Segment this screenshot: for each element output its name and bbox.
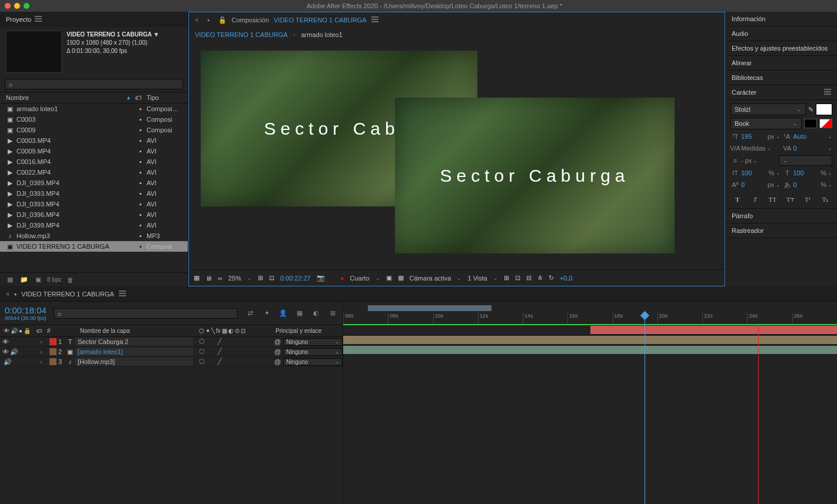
time-tick[interactable]: 12s [478,313,523,325]
eyedropper-icon[interactable]: ✎ [808,106,813,114]
small-caps-button[interactable]: Tᴛ [785,194,795,205]
stroke-color-swatch[interactable] [804,119,817,128]
collapse-switch[interactable] [208,338,217,346]
layers-list[interactable]: 👁 › 1 T Sector Caburga 2 ⬡ ╱ @ Ninguno⌄ … [0,337,343,367]
time-tick[interactable]: 10s [433,313,478,325]
raster-switch[interactable]: ╱ [218,338,226,346]
font-family-select[interactable]: Stolzl⌄ [730,104,806,115]
3d-icon[interactable]: ⊡ [515,274,520,282]
quality-switch[interactable]: ⬡ [199,358,207,366]
resolution-select[interactable]: Cuarto [350,275,370,282]
views-chevron-icon[interactable]: ⌄ [493,275,498,281]
time-tick[interactable]: 08s [388,313,433,325]
item-label-chip[interactable]: ▪ [135,232,147,239]
timeline-tracks[interactable]: 06s08s10s12s14s16s18s20s22s24s26s [343,302,837,504]
playhead[interactable] [645,315,645,504]
color-channel-icon[interactable]: ● [340,275,344,282]
sort-icon[interactable]: ▲ [126,95,131,101]
camera-chevron-icon[interactable]: ⌄ [457,275,461,281]
stroke-style-select[interactable]: ⌄ [779,155,833,166]
zoom-chevron-icon[interactable]: ⌄ [247,275,252,281]
marker-line[interactable] [758,325,759,504]
switches-icon-6[interactable]: ◐ [228,328,234,334]
alpha-icon[interactable]: ▦ [194,274,200,282]
item-label-chip[interactable]: ▪ [135,126,147,133]
breadcrumb-item[interactable]: armado loteo1 [301,31,343,38]
minimize-window[interactable] [14,3,20,9]
reset-exposure-icon[interactable]: ↻ [549,274,554,282]
item-label-chip[interactable]: ▪ [135,222,147,229]
expand-layer[interactable]: › [35,348,47,355]
info-panel-tab[interactable]: Información [726,12,837,26]
switches-icon-7[interactable]: ⊙ [235,328,240,334]
project-item[interactable]: ▶ DJI_0396.MP4 ▪ AVI [0,209,188,220]
breadcrumb-active[interactable]: VIDEO TERRENO 1 CABURGA [195,31,288,38]
layer-name[interactable]: Sector Caburga 2 [75,338,193,346]
raster-switch[interactable]: ╱ [218,358,226,366]
item-label-chip[interactable]: ▪ [135,179,147,186]
switches-icon-1[interactable]: ⬡ [199,328,204,334]
item-label-chip[interactable]: ▪ [135,148,147,155]
character-menu-icon[interactable] [824,89,831,96]
new-folder-icon[interactable]: 📁 [19,275,29,285]
paragraph-panel-tab[interactable]: Párrafo [726,209,837,223]
footage-layer-2[interactable]: Sector Caburga [395,98,675,253]
item-label-chip[interactable]: ▪ [135,158,147,165]
time-ruler[interactable]: 06s08s10s12s14s16s18s20s22s24s26s [343,302,837,325]
grid-icon[interactable]: ⊡ [269,274,274,282]
timeline-timecode[interactable]: 0:00:18:04 [5,305,46,315]
time-tick[interactable]: 20s [657,313,702,325]
trash-icon[interactable]: 🗑 [65,275,75,285]
resolution-chevron-icon[interactable]: ⌄ [376,275,380,281]
item-label-chip[interactable]: ▪ [135,116,147,123]
project-columns[interactable]: Nombre ▲ 🏷 Tipo [0,92,188,104]
item-label-chip[interactable]: ▪ [135,190,147,197]
font-weight-select[interactable]: Book⌄ [730,118,802,129]
character-panel-tab[interactable]: Carácter [726,85,837,100]
pickwhip-icon[interactable]: @ [274,358,281,365]
transparency-icon[interactable]: ▦ [398,274,404,282]
project-item[interactable]: ♪ Hollow.mp3 ▪ MP3 [0,231,188,241]
comp-flowchart-icon[interactable]: ⇄ [245,308,255,319]
flowchart-icon[interactable]: ⋔ [537,274,543,282]
project-item[interactable]: ▶ C0022.MP4 ▪ AVI [0,167,188,178]
label-col-icon[interactable]: 🏷 [36,328,42,334]
libraries-panel-tab[interactable]: Bibliotecas [726,71,837,85]
timeline-tab-name[interactable]: VIDEO TERRENO 1 CABURGA [21,291,114,298]
interpret-footage-icon[interactable]: ▦ [5,275,15,285]
project-item[interactable]: ▶ C0009.MP4 ▪ AVI [0,146,188,156]
subscript-button[interactable]: T₁ [820,194,831,205]
switches-icon-5[interactable]: ▦ [222,328,227,334]
font-size-control[interactable]: ᵀT 195px⌄ [730,132,780,141]
project-item[interactable]: ▶ DJI_0389.MP4 ▪ AVI [0,178,188,188]
superscript-button[interactable]: T¹ [802,194,813,205]
close-timeline-tab[interactable]: × [6,291,9,298]
kerning-control[interactable]: V/A Medidas⌄ [730,143,780,153]
project-item[interactable]: ▶ C0003.MP4 ▪ AVI [0,135,188,146]
leading-control[interactable]: ᵗA Auto⌄ [783,132,833,141]
fill-color-swatch[interactable] [816,104,832,115]
project-list[interactable]: ▣ armado loteo1 ▪ Composi…▣ C0003 ▪ Comp… [0,104,188,272]
no-fill-swatch[interactable] [819,119,832,128]
exposure-value[interactable]: +0,0 [560,275,573,282]
audio-toggle[interactable]: 🔊 [4,358,12,366]
comp-thumbnail[interactable] [6,31,62,73]
time-tick[interactable]: 22s [702,313,747,325]
faux-italic-button[interactable]: T [750,194,760,205]
all-caps-button[interactable]: TT [768,194,778,205]
clip-sector-caburga[interactable] [590,326,838,334]
item-label-chip[interactable]: ▪ [135,243,147,250]
layer-color-chip[interactable] [49,338,57,345]
roi-icon[interactable]: ▣ [386,274,392,282]
solo-col-icon[interactable]: ● [19,328,22,334]
switches-icon-3[interactable]: ╲ [211,328,215,334]
track-row-2[interactable] [343,335,837,345]
tracking-control[interactable]: VA 0⌄ [783,143,833,153]
panel-menu-icon[interactable] [35,16,42,23]
clip-armado-loteo[interactable] [343,336,837,344]
item-label-chip[interactable]: ▪ [135,105,147,112]
project-item[interactable]: ▣ C0003 ▪ Composi [0,114,188,125]
lock-icon[interactable]: 🔓 [218,16,227,24]
audio-toggle[interactable]: 🔊 [10,348,18,356]
maximize-window[interactable] [24,3,29,9]
